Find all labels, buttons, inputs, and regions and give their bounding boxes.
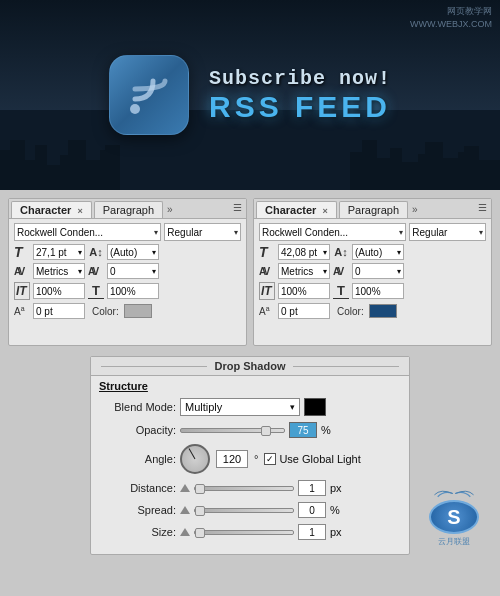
blend-mode-dropdown-arrow: ▾: [290, 402, 295, 412]
right-panel-expand[interactable]: »: [412, 204, 418, 215]
left-panel-menu[interactable]: ☰: [233, 202, 242, 213]
right-panel-menu[interactable]: ☰: [478, 202, 487, 213]
right-tab-close[interactable]: ×: [322, 206, 327, 216]
opacity-slider-thumb[interactable]: [261, 426, 271, 436]
logo-subtitle: 云月联盟: [438, 536, 470, 547]
spread-value[interactable]: 0: [298, 502, 326, 518]
size-value[interactable]: 1: [298, 524, 326, 540]
svg-rect-21: [476, 160, 500, 190]
spread-label: Spread:: [101, 504, 176, 516]
right-tracking-icon: AV: [333, 266, 349, 277]
bottom-area: Character × Paragraph » ☰ Rockwell Conde…: [0, 190, 500, 596]
right-tab-character[interactable]: Character ×: [256, 201, 337, 218]
size-slider[interactable]: [194, 530, 294, 535]
right-baseline-row: Aa 0 pt Color:: [259, 303, 486, 319]
left-panel-expand[interactable]: »: [167, 204, 173, 215]
size-unit: px: [330, 526, 342, 538]
left-tab-close[interactable]: ×: [77, 206, 82, 216]
left-kerning-arrow: ▾: [78, 267, 82, 276]
spread-triangle-icon: [180, 506, 190, 514]
right-style-select[interactable]: Regular ▾: [409, 223, 486, 241]
subscribe-text: Subscribe now!: [209, 67, 391, 90]
left-hscale-input[interactable]: 100%: [107, 283, 159, 299]
banner: Subscribe now! RSS FEED 网页教学网 WWW.WEBJX.…: [0, 0, 500, 190]
left-vscale-input[interactable]: 100%: [33, 283, 85, 299]
opacity-unit: %: [321, 424, 331, 436]
distance-value[interactable]: 1: [298, 480, 326, 496]
left-style-select[interactable]: Regular ▾: [164, 223, 241, 241]
right-font-row: Rockwell Conden... ▾ Regular ▾: [259, 223, 486, 241]
left-size-input[interactable]: 27,1 pt ▾: [33, 244, 85, 260]
right-tab-paragraph[interactable]: Paragraph: [339, 201, 408, 218]
left-kerning-input[interactable]: Metrics ▾: [33, 263, 85, 279]
opacity-label: Opacity:: [101, 424, 176, 436]
right-panel-body: Rockwell Conden... ▾ Regular ▾ T 42,08 p…: [254, 219, 491, 326]
right-kerning-input[interactable]: Metrics ▾: [278, 263, 330, 279]
distance-slider[interactable]: [194, 486, 294, 491]
left-font-row: Rockwell Conden... ▾ Regular ▾: [14, 223, 241, 241]
blend-mode-label: Blend Mode:: [101, 401, 176, 413]
distance-unit: px: [330, 482, 342, 494]
left-vscale-icon: IT: [14, 282, 30, 300]
blend-mode-input[interactable]: Multiply ▾: [180, 398, 300, 416]
left-size-arrow: ▾: [78, 248, 82, 257]
right-baseline-input[interactable]: 0 pt: [278, 303, 330, 319]
blend-mode-color[interactable]: [304, 398, 326, 416]
angle-label: Angle:: [101, 453, 176, 465]
right-leading-icon: A↕: [333, 246, 349, 258]
left-color-swatch[interactable]: [124, 304, 152, 318]
panels-row: Character × Paragraph » ☰ Rockwell Conde…: [8, 198, 492, 346]
drop-shadow-wrapper: Drop Shadow Structure Blend Mode: Multip…: [8, 356, 492, 555]
drop-shadow-body: Blend Mode: Multiply ▾ Opacity:: [91, 394, 409, 554]
angle-value[interactable]: 120: [216, 450, 248, 468]
distance-slider-thumb[interactable]: [195, 484, 205, 494]
left-tab-paragraph[interactable]: Paragraph: [94, 201, 163, 218]
left-baseline-row: Aa 0 pt Color:: [14, 303, 241, 319]
right-size-input[interactable]: 42,08 pt ▾: [278, 244, 330, 260]
spread-unit: %: [330, 504, 340, 516]
right-hscale-input[interactable]: 100%: [352, 283, 404, 299]
left-leading-input[interactable]: (Auto) ▾: [107, 244, 159, 260]
blend-mode-row: Blend Mode: Multiply ▾: [101, 398, 399, 416]
right-size-icon: T: [259, 244, 275, 260]
distance-label: Distance:: [101, 482, 176, 494]
left-baseline-input[interactable]: 0 pt: [33, 303, 85, 319]
left-color-label: Color:: [92, 306, 119, 317]
right-color-label: Color:: [337, 306, 364, 317]
left-size-icon: T: [14, 244, 30, 260]
distance-row: Distance: 1 px: [101, 480, 399, 496]
right-tracking-input[interactable]: 0 ▾: [352, 263, 404, 279]
opacity-value[interactable]: 75: [289, 422, 317, 438]
watermark: 网页教学网 WWW.WEBJX.COM: [410, 5, 492, 30]
global-light-checkbox[interactable]: ✓: [264, 453, 276, 465]
left-style-dropdown-arrow: ▾: [234, 228, 238, 237]
left-hscale-icon: T: [88, 283, 104, 299]
bottom-logo: S 云月联盟: [424, 487, 484, 547]
spread-slider[interactable]: [194, 508, 294, 513]
spread-row: Spread: 0 %: [101, 502, 399, 518]
left-tab-character[interactable]: Character ×: [11, 201, 92, 218]
right-panel-tabs: Character × Paragraph » ☰: [254, 199, 491, 219]
left-font-select[interactable]: Rockwell Conden... ▾: [14, 223, 161, 241]
logo-wings-svg: [424, 487, 484, 500]
banner-text: Subscribe now! RSS FEED: [209, 67, 391, 124]
right-leading-arrow: ▾: [397, 248, 401, 257]
spread-slider-thumb[interactable]: [195, 506, 205, 516]
distance-triangle-icon: [180, 484, 190, 492]
right-hscale-icon: T: [333, 283, 349, 299]
right-kerning-row: AV Metrics ▾ AV 0 ▾: [259, 263, 486, 279]
right-leading-input[interactable]: (Auto) ▾: [352, 244, 404, 260]
angle-dial[interactable]: [180, 444, 210, 474]
svg-rect-10: [105, 145, 120, 190]
right-font-select[interactable]: Rockwell Conden... ▾: [259, 223, 406, 241]
angle-line: [189, 448, 196, 459]
watermark-line1: 网页教学网: [410, 5, 492, 18]
size-slider-thumb[interactable]: [195, 528, 205, 538]
right-kerning-arrow: ▾: [323, 267, 327, 276]
opacity-slider[interactable]: [180, 428, 285, 433]
right-vscale-input[interactable]: 100%: [278, 283, 330, 299]
left-tracking-input[interactable]: 0 ▾: [107, 263, 159, 279]
size-label: Size:: [101, 526, 176, 538]
global-light-wrapper: ✓ Use Global Light: [264, 453, 360, 465]
right-color-swatch[interactable]: [369, 304, 397, 318]
